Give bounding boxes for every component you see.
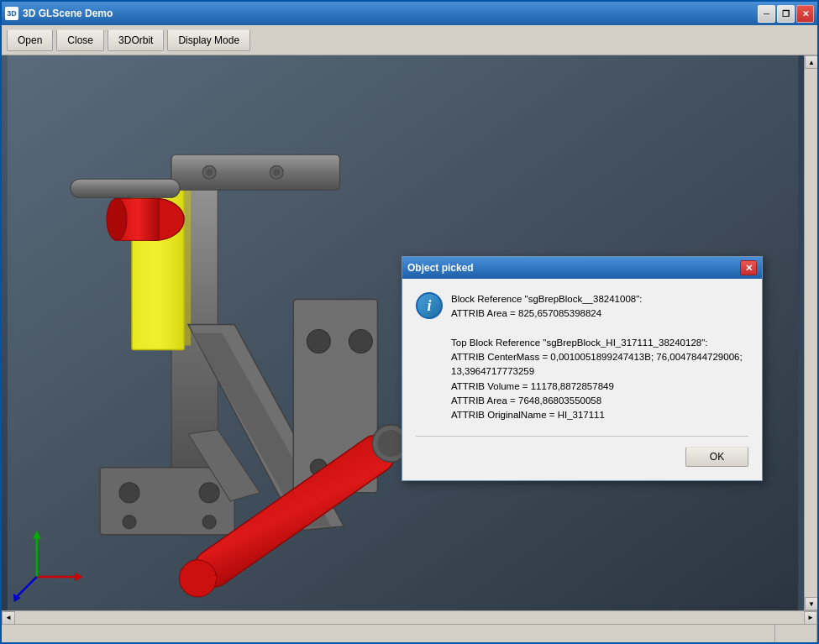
open-button[interactable]: Open <box>7 29 53 51</box>
vertical-scrollbar[interactable]: ▲ ▼ <box>804 55 817 610</box>
title-bar-left: 3D 3D GLScene Demo <box>5 7 113 20</box>
scroll-right-button[interactable]: ► <box>804 611 817 625</box>
toolbar: Open Close 3DOrbit Display Mode <box>2 25 817 55</box>
status-bar <box>2 624 817 642</box>
scroll-up-button[interactable]: ▲ <box>805 55 817 69</box>
svg-point-16 <box>119 483 139 503</box>
dialog-message-text: Block Reference "sgBrepBlock__38241008":… <box>451 292 748 422</box>
horizontal-scrollbar[interactable]: ◄ ► <box>2 610 817 624</box>
svg-point-11 <box>107 198 127 240</box>
dialog-content: i Block Reference "sgBrepBlock__38241008… <box>402 279 762 480</box>
svg-point-8 <box>273 169 280 175</box>
message-line6: ATTRIB Volume = 11178,8872857849 <box>451 381 614 391</box>
close-scene-button[interactable]: Close <box>56 29 104 51</box>
svg-point-18 <box>123 516 136 529</box>
message-line3: Top Block Reference "sgBrepBlock_HI_3171… <box>451 338 707 348</box>
message-line5: 13,3964717773259 <box>451 366 534 376</box>
status-section-right <box>775 625 817 642</box>
message-line1: Block Reference "sgBrepBlock__38241008": <box>451 294 642 304</box>
app-icon: 3D <box>5 7 18 20</box>
minimize-button[interactable]: ─ <box>758 5 775 23</box>
dialog-separator <box>416 436 748 437</box>
scroll-track-vertical[interactable] <box>805 69 817 597</box>
dialog-buttons: OK <box>416 447 748 467</box>
scroll-left-button[interactable]: ◄ <box>2 611 15 625</box>
svg-point-6 <box>206 169 213 175</box>
window-title: 3D GLScene Demo <box>23 8 113 19</box>
dialog-message-area: i Block Reference "sgBrepBlock__38241008… <box>416 292 748 422</box>
close-button[interactable]: ✕ <box>796 5 814 23</box>
svg-point-19 <box>202 516 216 529</box>
orbit-button[interactable]: 3DOrbit <box>108 29 164 51</box>
svg-point-17 <box>199 483 219 503</box>
message-line4: ATTRIB CenterMass = 0,0010051899247413B;… <box>451 352 743 362</box>
scroll-down-button[interactable]: ▼ <box>805 597 817 610</box>
dialog-title: Object picked <box>407 262 474 274</box>
message-line8: ATTRIB OriginalName = HI_317111 <box>451 410 605 420</box>
svg-rect-4 <box>171 154 339 190</box>
window-controls: ─ ❐ ✕ <box>758 5 814 23</box>
message-line7: ATTRIB Area = 7648,86803550058 <box>451 395 601 406</box>
title-bar: 3D 3D GLScene Demo ─ ❐ ✕ <box>2 2 817 25</box>
dialog-title-bar: Object picked ✕ <box>402 257 762 279</box>
svg-rect-3 <box>184 190 191 345</box>
status-section-left <box>2 625 775 642</box>
svg-point-22 <box>349 329 372 353</box>
dialog-close-button[interactable]: ✕ <box>740 260 757 275</box>
restore-button[interactable]: ❐ <box>777 5 795 23</box>
svg-point-21 <box>307 329 330 353</box>
info-icon: i <box>416 292 443 319</box>
svg-rect-12 <box>71 179 180 197</box>
message-line2: ATTRIB Area = 825,657085398824 <box>451 308 601 318</box>
object-picked-dialog: Object picked ✕ i Block Reference "sgBre… <box>402 256 763 481</box>
display-mode-button[interactable]: Display Mode <box>167 29 250 51</box>
ok-button[interactable]: OK <box>685 447 748 467</box>
